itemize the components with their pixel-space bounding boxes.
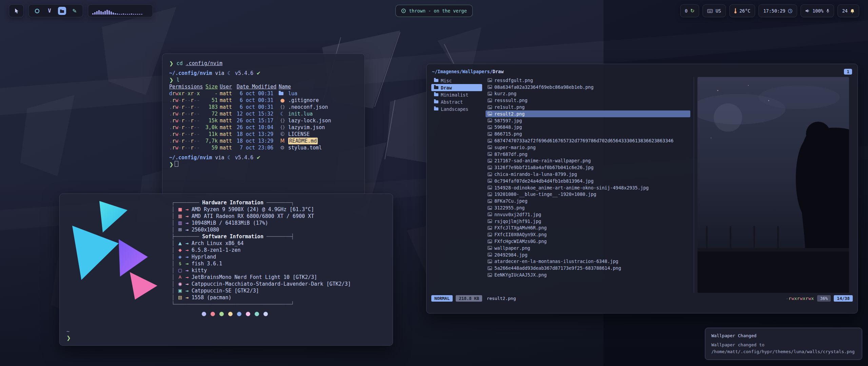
arrow-icon: → xyxy=(185,220,189,226)
arrow-icon: → xyxy=(185,240,189,247)
status-bar: NORMAL 218.8 KB result2.png -rwxrwxrwx 3… xyxy=(431,295,853,302)
file-name: 596848.jpg xyxy=(494,124,522,130)
folder-item[interactable]: Minimalist xyxy=(431,91,482,98)
listing-row: .rw-r--r-- 7,7k matt 18 oct 13:29 M READ… xyxy=(169,138,358,144)
file-item[interactable]: resssult.png xyxy=(486,97,690,104)
file-name: 587597.jpg xyxy=(494,118,522,123)
visualizer-bar xyxy=(129,14,130,15)
file-item[interactable]: FXfcJlTXgAMvH6R.png xyxy=(486,225,690,231)
listing-row: .rw-r--r-- 51 matt 6 oct 00:31 ● .gitign… xyxy=(169,97,358,104)
file-item[interactable]: 68747470733a2f2f696d616765732d7769786d70… xyxy=(486,137,690,144)
temperature-module[interactable]: 26°C xyxy=(729,4,755,17)
software-item-icon: ▢ xyxy=(177,267,183,274)
file-manager-window[interactable]: ~/Imagenes/Wallpapers/Draw 1 Misc Draw xyxy=(426,64,858,313)
launcher-button[interactable] xyxy=(9,4,24,17)
file-item[interactable]: FXfcII0X0AQyn9X.png xyxy=(486,231,690,238)
file-item[interactable]: nnvuv0xj2df71.jpg xyxy=(486,211,690,218)
notifications-module[interactable]: 24 xyxy=(837,4,859,17)
file-name: lazyvim.json xyxy=(288,124,325,131)
folder-list: Misc Draw Minimalist Abstract xyxy=(431,77,482,293)
file-item[interactable]: chica-mirando-la-luna-8799.jpg xyxy=(486,171,690,178)
visualizer-bar xyxy=(123,14,124,15)
workspace-vesktop-icon[interactable]: V xyxy=(45,7,54,15)
command-line: ❯ l xyxy=(169,77,358,83)
image-icon xyxy=(488,78,492,82)
palette-dot xyxy=(202,312,206,316)
file-item[interactable]: rsjqojlmjhf91.jpg xyxy=(486,218,690,225)
box-footer: └──────────────────────────────────────┘ xyxy=(172,301,351,308)
image-icon xyxy=(488,179,492,183)
file-item[interactable]: 3122955.png xyxy=(486,204,690,211)
arrow-icon: → xyxy=(185,267,189,274)
file-name: 8FKa7Cu.jpeg xyxy=(494,198,528,204)
file-type-icon: ⚙ xyxy=(279,144,286,151)
file-item[interactable]: kurz.png xyxy=(486,90,690,97)
file-item[interactable]: 217167-sad-anime-rain-wallpaper.png xyxy=(486,158,690,164)
media-player-widget[interactable]: thrown - on the verge xyxy=(395,5,473,17)
file-name: FXfcII0X0AQyn9X.png xyxy=(494,232,547,237)
file-item[interactable]: result2.png xyxy=(486,110,690,117)
folder-item[interactable]: Draw xyxy=(431,84,482,91)
software-item-icon: ▣ xyxy=(177,287,183,294)
file-item[interactable]: atardecer-en-la-montanas-ilustracion-634… xyxy=(486,258,690,265)
folder-name: Landscapes xyxy=(441,106,468,112)
notifications-count: 24 xyxy=(842,8,848,14)
arrow-icon: → xyxy=(185,260,189,267)
file-item[interactable]: 8FKa7Cu.jpeg xyxy=(486,198,690,204)
file-item[interactable]: 5a266e448add93deab367d87173e9f25-6837886… xyxy=(486,265,690,271)
workspace-paint-icon[interactable]: ✎ xyxy=(71,7,79,15)
file-item[interactable]: 08a634fa02a32364f69ebc86a98eb1eb.png xyxy=(486,84,690,90)
volume-module[interactable]: 100% xyxy=(801,4,834,17)
file-item[interactable]: 0c794faf07de24a4db4d4fb1eb813964.jpg xyxy=(486,178,690,184)
palette-dot xyxy=(219,312,224,316)
listing-row: .rw-r--r-- 59 matt 7 oct 23:06 ⚙ stylua.… xyxy=(169,144,358,151)
tab-badge[interactable]: 1 xyxy=(844,69,852,75)
file-item[interactable]: 20492984.jpg xyxy=(486,251,690,258)
updates-module[interactable]: 0 ↻ xyxy=(680,4,699,17)
prompt-line[interactable]: ❯ xyxy=(169,161,358,168)
listing-row: .rw-r--r-- 183 matt 6 oct 00:31 {} .neoc… xyxy=(169,104,358,110)
listing-header: Permissions Size User Date Modified Name xyxy=(169,83,358,90)
file-item[interactable]: 866715.png xyxy=(486,130,690,137)
hardware-item-icon: ■ xyxy=(177,206,183,213)
terminal-window[interactable]: ❯ cd .config/nvim ~/.config/nvim via ☾ v… xyxy=(162,54,365,197)
file-name: 3126f7e9bbf21a8a4af0b67b041c6e26.jpg xyxy=(494,165,594,170)
notification-popup[interactable]: Wallpaper Changed Wallpaper changed to /… xyxy=(705,328,862,360)
file-date: 26 oct 15:17 xyxy=(237,117,277,124)
info-row: │◈→Hyprland xyxy=(172,253,351,260)
file-item[interactable]: EeNKYgIUcAAJ5JX.png xyxy=(486,271,690,278)
file-item[interactable]: super-mario.png xyxy=(486,144,690,151)
folder-item[interactable]: Landscapes xyxy=(431,105,482,113)
file-item[interactable]: wallpaper.png xyxy=(486,245,690,251)
visualizer-bar xyxy=(127,14,128,15)
workspace-files-icon[interactable] xyxy=(58,7,66,15)
clock-module[interactable]: 17:50:29 xyxy=(758,4,797,17)
file-type-icon: M xyxy=(279,138,286,144)
file-item[interactable]: ressdfgult.png xyxy=(486,77,690,84)
file-item[interactable]: 587597.jpg xyxy=(486,117,690,124)
info-row: │▣→Catppuccin-SE [GTK2/3] xyxy=(172,287,351,294)
file-item[interactable]: 87r687df.png xyxy=(486,151,690,158)
folder-item[interactable]: Abstract xyxy=(431,98,482,105)
folder-name: Draw xyxy=(441,85,452,90)
file-owner: matt xyxy=(220,144,235,151)
file-item[interactable]: FXfcHgcWIAMzs0G.png xyxy=(486,238,690,245)
fetch-terminal-window[interactable]: ┌──────── Hardware Information ────────┐… xyxy=(59,194,393,346)
visualizer-bar xyxy=(106,10,108,15)
image-icon xyxy=(488,139,492,143)
file-item[interactable]: 154928-odinokoe_anime-art-anime-okno-sin… xyxy=(486,184,690,191)
file-name: lua xyxy=(288,90,297,97)
file-item[interactable]: 3126f7e9bbf21a8a4af0b67b041c6e26.jpg xyxy=(486,164,690,171)
file-item[interactable]: 19201080-__blue-tinge__-1920×1080.jpg xyxy=(486,191,690,198)
file-item[interactable]: re1sult.png xyxy=(486,104,690,110)
folder-item[interactable]: Misc xyxy=(431,77,482,84)
file-name: 217167-sad-anime-rain-wallpaper.png xyxy=(494,158,591,163)
file-item[interactable]: 596848.jpg xyxy=(486,124,690,131)
file-name: 87r687df.png xyxy=(494,151,528,157)
keyboard-layout-module[interactable]: US xyxy=(703,4,726,17)
status-filename: result2.png xyxy=(487,296,516,301)
file-owner: matt xyxy=(220,90,235,97)
status-modules: 0 ↻ US 26°C 17:50:29 100% 24 xyxy=(680,4,859,17)
workspace-browser-icon[interactable] xyxy=(33,7,41,15)
shell-prompt[interactable]: ~ ❯ xyxy=(66,328,71,341)
